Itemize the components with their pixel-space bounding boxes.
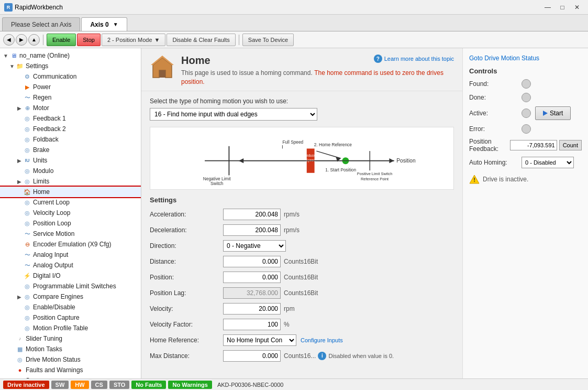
max-distance-input[interactable] bbox=[223, 350, 281, 362]
save-to-device-button[interactable]: Save To Device bbox=[242, 34, 294, 46]
tab-dropdown-icon[interactable]: ▼ bbox=[113, 21, 118, 27]
done-row: Done: bbox=[469, 93, 582, 102]
sidebar-item-analog-input[interactable]: 〜 Analog Input bbox=[0, 250, 141, 260]
position-row: Position: Counts16Bit bbox=[150, 271, 454, 284]
velocity-input[interactable] bbox=[223, 303, 281, 315]
forward-button[interactable]: ▶ bbox=[16, 34, 27, 46]
sidebar-item-enable-disable[interactable]: ◎ Enable/Disable bbox=[0, 302, 141, 312]
sidebar-item-motion-profile[interactable]: ◎ Motion Profile Table bbox=[0, 323, 141, 333]
position-lag-input[interactable] bbox=[223, 287, 281, 299]
separator-1 bbox=[43, 35, 43, 45]
desc-part1: This page is used to issue a homing comm… bbox=[181, 69, 313, 77]
position-input[interactable] bbox=[223, 272, 281, 283]
minimize-button[interactable]: — bbox=[541, 2, 554, 13]
badge-no-warnings: No Warnings bbox=[168, 381, 212, 389]
comm-label: Communication bbox=[33, 73, 76, 80]
sidebar-item-limits[interactable]: ▶ ◎ Limits bbox=[0, 176, 141, 187]
tab-please-select-axis[interactable]: Please Select an Axis bbox=[2, 17, 80, 31]
home-ref-select[interactable]: No Home Input Con bbox=[223, 334, 296, 346]
sidebar-item-position-loop[interactable]: ◎ Position Loop bbox=[0, 218, 141, 229]
sidebar-item-drive-motion-status[interactable]: ◎ Drive Motion Status bbox=[0, 354, 141, 365]
velocity-factor-input[interactable] bbox=[223, 319, 281, 330]
sidebar-item-feedback1[interactable]: ◎ Feedback 1 bbox=[0, 113, 141, 124]
sidebar-item-digital-io[interactable]: ⚡ Digital I/O bbox=[0, 270, 141, 281]
sidebar-item-motion-tasks[interactable]: ▦ Motion Tasks bbox=[0, 344, 141, 354]
badge-sto: STO bbox=[109, 381, 129, 389]
sidebar-item-service-motion[interactable]: 〜 Service Motion bbox=[0, 229, 141, 239]
sidebar-item-motor[interactable]: ▶ ⊕ Motor bbox=[0, 103, 141, 113]
tree-root[interactable]: ▼ 🖥 no_name (Online) bbox=[0, 50, 141, 61]
compare-icon: ◎ bbox=[23, 292, 31, 301]
info-icon[interactable]: i bbox=[318, 352, 326, 360]
sidebar-item-compare-engines[interactable]: ▶ ◎ Compare Engines bbox=[0, 291, 141, 302]
sidebar-item-foldback[interactable]: ◎ Foldback bbox=[0, 134, 141, 145]
sidebar-item-power[interactable]: ▶ Power bbox=[0, 82, 141, 92]
scope-icon: ◎ bbox=[16, 376, 24, 378]
back-button[interactable]: ◀ bbox=[3, 34, 15, 46]
count-button[interactable]: Count bbox=[559, 140, 582, 150]
disable-clear-button[interactable]: Disable & Clear Faults bbox=[167, 34, 235, 46]
digital-io-label: Digital I/O bbox=[33, 272, 61, 279]
active-row: Active: Start bbox=[469, 106, 582, 120]
distance-label: Distance: bbox=[150, 258, 223, 265]
start-button[interactable]: Start bbox=[535, 106, 571, 120]
sidebar-item-position-capture[interactable]: ◎ Position Capture bbox=[0, 312, 141, 323]
position-label: Position: bbox=[150, 274, 223, 281]
expand-icon: ▼ bbox=[2, 53, 9, 59]
sidebar-item-encoder-emulation[interactable]: ⊖ Encoder Emulation (X9 Cfg) bbox=[0, 239, 141, 250]
stop-button[interactable]: Stop bbox=[77, 34, 101, 46]
sidebar-item-feedback2[interactable]: ◎ Feedback 2 bbox=[0, 124, 141, 134]
enable-label: Enable bbox=[52, 37, 70, 43]
up-button[interactable]: ▲ bbox=[28, 34, 40, 46]
auto-homing-select[interactable]: 0 - Disabled bbox=[522, 157, 574, 168]
modulo-icon: ◎ bbox=[23, 167, 31, 175]
position-mode-button[interactable]: 2 - Position Mode ▼ bbox=[102, 34, 166, 46]
enable-button[interactable]: Enable bbox=[47, 34, 76, 46]
sidebar-item-modulo[interactable]: ◎ Modulo bbox=[0, 166, 141, 176]
feedback1-label: Feedback 1 bbox=[33, 115, 66, 122]
dropdown-icon: ▼ bbox=[154, 37, 160, 43]
home-body: Select the type of homing motion you wis… bbox=[141, 91, 462, 372]
drive-motion-label: Drive Motion Status bbox=[26, 356, 81, 363]
sidebar-item-slider-tuning[interactable]: ♪ Slider Tuning bbox=[0, 333, 141, 344]
sidebar-item-scope[interactable]: ◎ Scope bbox=[0, 375, 141, 378]
close-button[interactable]: ✕ bbox=[570, 2, 584, 13]
learn-more-link[interactable]: ? Learn more about this topic bbox=[374, 55, 454, 63]
sidebar-item-current-loop[interactable]: ◎ Current Loop bbox=[0, 197, 141, 208]
sidebar-item-settings[interactable]: ▼ 📁 Settings bbox=[0, 61, 141, 71]
acceleration-input[interactable] bbox=[223, 209, 281, 220]
sidebar-item-velocity-loop[interactable]: ◎ Velocity Loop bbox=[0, 208, 141, 218]
sidebar-item-faults-warnings[interactable]: ● Faults and Warnings bbox=[0, 365, 141, 375]
goto-drive-motion-link[interactable]: Goto Drive Motion Status bbox=[469, 55, 582, 62]
position-lag-unit: Counts16Bit bbox=[284, 289, 318, 297]
found-led bbox=[522, 79, 531, 89]
sidebar: ▼ 🖥 no_name (Online) ▼ 📁 Settings ⚙ Comm… bbox=[0, 48, 141, 378]
badge-no-faults: No Faults bbox=[131, 381, 166, 389]
deceleration-input[interactable] bbox=[223, 224, 281, 236]
distance-input[interactable] bbox=[223, 256, 281, 267]
badge-sw: SW bbox=[51, 381, 69, 389]
digital-io-icon: ⚡ bbox=[23, 272, 31, 280]
sidebar-item-brake[interactable]: ◎ Brake bbox=[0, 145, 141, 155]
home-page-desc: This page is used to issue a homing comm… bbox=[181, 69, 454, 86]
disable-clear-label: Disable & Clear Faults bbox=[172, 37, 229, 43]
homing-type-select[interactable]: 16 - Find home input with dual edges bbox=[150, 108, 317, 121]
warning-text: Drive is inactive. bbox=[483, 176, 528, 183]
sidebar-item-regen[interactable]: 〜 Regen bbox=[0, 92, 141, 103]
velocity-factor-label: Velocity Factor: bbox=[150, 321, 223, 328]
sidebar-item-home[interactable]: 🏠 Home bbox=[0, 187, 141, 197]
sidebar-item-communication[interactable]: ⚙ Communication bbox=[0, 71, 141, 82]
current-loop-label: Current Loop bbox=[33, 199, 70, 206]
sidebar-item-analog-output[interactable]: 〜 Analog Output bbox=[0, 260, 141, 270]
maximize-button[interactable]: □ bbox=[556, 2, 569, 13]
direction-select[interactable]: 0 - Negative 1 - Positive bbox=[223, 240, 286, 252]
configure-inputs-link[interactable]: Configure Inputs bbox=[301, 337, 343, 343]
controls-title: Controls bbox=[469, 67, 582, 75]
acceleration-unit: rpm/s bbox=[284, 211, 299, 218]
sidebar-item-units[interactable]: ▶ IU Units bbox=[0, 155, 141, 166]
pos-feedback-input[interactable] bbox=[510, 140, 557, 150]
position-lag-row: Position Lag: Counts16Bit bbox=[150, 287, 454, 299]
sidebar-item-prog-limit-switches[interactable]: ◎ Programmable Limit Switches bbox=[0, 281, 141, 291]
root-label: no_name (Online) bbox=[19, 52, 70, 59]
tab-axis0[interactable]: Axis 0 ▼ bbox=[81, 17, 127, 31]
